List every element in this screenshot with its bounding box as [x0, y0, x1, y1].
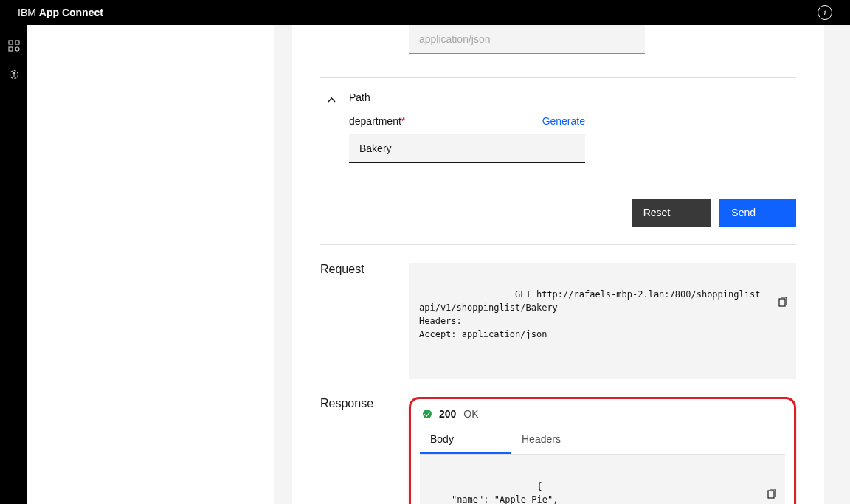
button-row: Reset Send: [320, 163, 796, 245]
parameters-area: application/json Path: [320, 25, 796, 504]
info-icon[interactable]: i: [818, 5, 832, 20]
response-body-text: { "name": "Apple Pie", "department": "Ba…: [430, 481, 744, 504]
send-button[interactable]: Send: [719, 199, 796, 227]
previous-field[interactable]: application/json: [409, 25, 645, 54]
department-label-row: department* Generate: [349, 115, 585, 127]
status-text: OK: [463, 408, 478, 420]
status-line: 200 OK: [420, 408, 785, 426]
left-nav: [0, 25, 27, 504]
required-marker: *: [401, 115, 405, 127]
svg-rect-2: [9, 47, 13, 51]
response-section: Response 200 OK Body: [320, 397, 796, 504]
path-title: Path: [349, 92, 796, 103]
response-code: { "name": "Apple Pie", "department": "Ba…: [420, 455, 785, 504]
side-panel: [27, 25, 274, 504]
response-tabs: Body Headers: [420, 426, 785, 455]
request-code: GET http://rafaels-mbp-2.lan:7800/shoppi…: [409, 263, 796, 379]
brand-name: App Connect: [39, 7, 103, 18]
generate-link[interactable]: Generate: [542, 115, 585, 127]
copy-icon[interactable]: [777, 270, 789, 282]
department-input[interactable]: [349, 134, 585, 163]
main-card: application/json Path: [292, 25, 824, 504]
tab-headers[interactable]: Headers: [511, 426, 603, 454]
request-section: Request GET http://rafaels-mbp-2.lan:780…: [320, 263, 796, 379]
response-label: Response: [320, 397, 409, 504]
svg-rect-0: [9, 41, 13, 44]
workspace: application/json Path: [27, 25, 850, 504]
reset-button[interactable]: Reset: [632, 199, 711, 227]
tab-body[interactable]: Body: [420, 426, 511, 454]
status-code: 200: [439, 408, 456, 420]
response-highlight-box: 200 OK Body Headers { "name": "Apple Pie: [409, 397, 796, 504]
svg-rect-1: [15, 41, 19, 44]
request-text: GET http://rafaels-mbp-2.lan:7800/shoppi…: [419, 289, 760, 339]
app-shell: application/json Path: [0, 25, 850, 504]
path-body: Path department* Generate: [349, 92, 796, 163]
nav-deploy-icon[interactable]: [8, 69, 20, 83]
brand: IBM App Connect: [18, 7, 103, 18]
content-area: application/json Path: [27, 25, 850, 504]
department-label: department: [349, 115, 401, 127]
copy-icon[interactable]: [766, 462, 778, 474]
brand-prefix: IBM: [18, 7, 39, 18]
scrollbar[interactable]: [841, 25, 850, 504]
path-section: Path department* Generate: [320, 77, 796, 163]
svg-point-3: [15, 47, 19, 51]
nav-dashboard-icon[interactable]: [8, 40, 20, 54]
svg-rect-6: [768, 491, 774, 498]
success-icon: [423, 410, 432, 418]
svg-rect-5: [779, 299, 785, 306]
request-label: Request: [320, 263, 409, 379]
chevron-up-icon[interactable]: [320, 92, 349, 163]
top-header: IBM App Connect i: [0, 0, 850, 25]
main-wrap: application/json Path: [274, 25, 850, 504]
